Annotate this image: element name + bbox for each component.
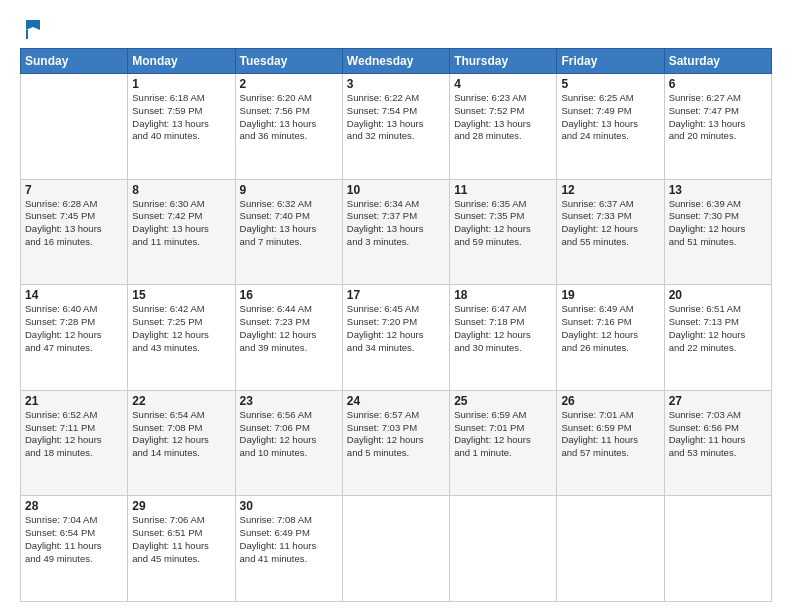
day-number: 5 [561, 77, 659, 91]
day-info: Sunrise: 7:04 AM Sunset: 6:54 PM Dayligh… [25, 514, 123, 565]
day-number: 1 [132, 77, 230, 91]
day-number: 8 [132, 183, 230, 197]
calendar-week-2: 7Sunrise: 6:28 AM Sunset: 7:45 PM Daylig… [21, 179, 772, 285]
day-number: 23 [240, 394, 338, 408]
calendar-cell: 29Sunrise: 7:06 AM Sunset: 6:51 PM Dayli… [128, 496, 235, 602]
day-info: Sunrise: 6:22 AM Sunset: 7:54 PM Dayligh… [347, 92, 445, 143]
calendar-cell [21, 74, 128, 180]
day-number: 12 [561, 183, 659, 197]
day-info: Sunrise: 7:06 AM Sunset: 6:51 PM Dayligh… [132, 514, 230, 565]
calendar-table: SundayMondayTuesdayWednesdayThursdayFrid… [20, 48, 772, 602]
day-number: 9 [240, 183, 338, 197]
day-number: 28 [25, 499, 123, 513]
day-number: 17 [347, 288, 445, 302]
calendar-cell: 8Sunrise: 6:30 AM Sunset: 7:42 PM Daylig… [128, 179, 235, 285]
calendar-cell: 16Sunrise: 6:44 AM Sunset: 7:23 PM Dayli… [235, 285, 342, 391]
day-info: Sunrise: 6:45 AM Sunset: 7:20 PM Dayligh… [347, 303, 445, 354]
calendar-cell: 26Sunrise: 7:01 AM Sunset: 6:59 PM Dayli… [557, 390, 664, 496]
logo [20, 18, 44, 40]
page: SundayMondayTuesdayWednesdayThursdayFrid… [0, 0, 792, 612]
day-info: Sunrise: 6:27 AM Sunset: 7:47 PM Dayligh… [669, 92, 767, 143]
day-info: Sunrise: 6:30 AM Sunset: 7:42 PM Dayligh… [132, 198, 230, 249]
calendar-cell: 1Sunrise: 6:18 AM Sunset: 7:59 PM Daylig… [128, 74, 235, 180]
day-info: Sunrise: 7:01 AM Sunset: 6:59 PM Dayligh… [561, 409, 659, 460]
day-number: 6 [669, 77, 767, 91]
calendar-header-friday: Friday [557, 49, 664, 74]
calendar-cell [450, 496, 557, 602]
day-number: 30 [240, 499, 338, 513]
calendar-cell: 27Sunrise: 7:03 AM Sunset: 6:56 PM Dayli… [664, 390, 771, 496]
day-info: Sunrise: 6:37 AM Sunset: 7:33 PM Dayligh… [561, 198, 659, 249]
day-info: Sunrise: 6:54 AM Sunset: 7:08 PM Dayligh… [132, 409, 230, 460]
calendar-cell: 7Sunrise: 6:28 AM Sunset: 7:45 PM Daylig… [21, 179, 128, 285]
calendar-header-thursday: Thursday [450, 49, 557, 74]
day-info: Sunrise: 6:59 AM Sunset: 7:01 PM Dayligh… [454, 409, 552, 460]
day-number: 27 [669, 394, 767, 408]
calendar-cell: 2Sunrise: 6:20 AM Sunset: 7:56 PM Daylig… [235, 74, 342, 180]
calendar-cell: 21Sunrise: 6:52 AM Sunset: 7:11 PM Dayli… [21, 390, 128, 496]
day-number: 15 [132, 288, 230, 302]
calendar-week-4: 21Sunrise: 6:52 AM Sunset: 7:11 PM Dayli… [21, 390, 772, 496]
day-info: Sunrise: 6:51 AM Sunset: 7:13 PM Dayligh… [669, 303, 767, 354]
day-info: Sunrise: 6:52 AM Sunset: 7:11 PM Dayligh… [25, 409, 123, 460]
day-number: 29 [132, 499, 230, 513]
logo-icon [22, 18, 44, 40]
calendar-header-tuesday: Tuesday [235, 49, 342, 74]
calendar-cell: 15Sunrise: 6:42 AM Sunset: 7:25 PM Dayli… [128, 285, 235, 391]
calendar-cell: 18Sunrise: 6:47 AM Sunset: 7:18 PM Dayli… [450, 285, 557, 391]
calendar-cell: 3Sunrise: 6:22 AM Sunset: 7:54 PM Daylig… [342, 74, 449, 180]
calendar-cell: 22Sunrise: 6:54 AM Sunset: 7:08 PM Dayli… [128, 390, 235, 496]
calendar-header-monday: Monday [128, 49, 235, 74]
day-number: 16 [240, 288, 338, 302]
calendar-cell [342, 496, 449, 602]
calendar-cell: 10Sunrise: 6:34 AM Sunset: 7:37 PM Dayli… [342, 179, 449, 285]
day-number: 14 [25, 288, 123, 302]
day-info: Sunrise: 6:42 AM Sunset: 7:25 PM Dayligh… [132, 303, 230, 354]
calendar-header-saturday: Saturday [664, 49, 771, 74]
day-info: Sunrise: 6:40 AM Sunset: 7:28 PM Dayligh… [25, 303, 123, 354]
day-number: 20 [669, 288, 767, 302]
day-info: Sunrise: 6:28 AM Sunset: 7:45 PM Dayligh… [25, 198, 123, 249]
day-number: 2 [240, 77, 338, 91]
calendar-cell: 17Sunrise: 6:45 AM Sunset: 7:20 PM Dayli… [342, 285, 449, 391]
day-info: Sunrise: 7:08 AM Sunset: 6:49 PM Dayligh… [240, 514, 338, 565]
calendar-header-wednesday: Wednesday [342, 49, 449, 74]
calendar-week-1: 1Sunrise: 6:18 AM Sunset: 7:59 PM Daylig… [21, 74, 772, 180]
day-number: 3 [347, 77, 445, 91]
calendar-cell [664, 496, 771, 602]
day-number: 13 [669, 183, 767, 197]
day-number: 21 [25, 394, 123, 408]
calendar-cell: 12Sunrise: 6:37 AM Sunset: 7:33 PM Dayli… [557, 179, 664, 285]
day-number: 25 [454, 394, 552, 408]
day-info: Sunrise: 6:57 AM Sunset: 7:03 PM Dayligh… [347, 409, 445, 460]
calendar-cell: 9Sunrise: 6:32 AM Sunset: 7:40 PM Daylig… [235, 179, 342, 285]
day-info: Sunrise: 6:25 AM Sunset: 7:49 PM Dayligh… [561, 92, 659, 143]
day-number: 4 [454, 77, 552, 91]
day-info: Sunrise: 7:03 AM Sunset: 6:56 PM Dayligh… [669, 409, 767, 460]
svg-marker-0 [26, 20, 40, 30]
day-info: Sunrise: 6:20 AM Sunset: 7:56 PM Dayligh… [240, 92, 338, 143]
day-info: Sunrise: 6:32 AM Sunset: 7:40 PM Dayligh… [240, 198, 338, 249]
day-info: Sunrise: 6:34 AM Sunset: 7:37 PM Dayligh… [347, 198, 445, 249]
calendar-cell: 13Sunrise: 6:39 AM Sunset: 7:30 PM Dayli… [664, 179, 771, 285]
day-info: Sunrise: 6:39 AM Sunset: 7:30 PM Dayligh… [669, 198, 767, 249]
svg-rect-1 [26, 30, 28, 39]
calendar-cell: 4Sunrise: 6:23 AM Sunset: 7:52 PM Daylig… [450, 74, 557, 180]
calendar-cell: 28Sunrise: 7:04 AM Sunset: 6:54 PM Dayli… [21, 496, 128, 602]
calendar-cell: 5Sunrise: 6:25 AM Sunset: 7:49 PM Daylig… [557, 74, 664, 180]
day-number: 11 [454, 183, 552, 197]
day-number: 10 [347, 183, 445, 197]
calendar-cell: 20Sunrise: 6:51 AM Sunset: 7:13 PM Dayli… [664, 285, 771, 391]
day-number: 7 [25, 183, 123, 197]
calendar-cell: 6Sunrise: 6:27 AM Sunset: 7:47 PM Daylig… [664, 74, 771, 180]
calendar-cell: 11Sunrise: 6:35 AM Sunset: 7:35 PM Dayli… [450, 179, 557, 285]
calendar-cell: 30Sunrise: 7:08 AM Sunset: 6:49 PM Dayli… [235, 496, 342, 602]
day-info: Sunrise: 6:56 AM Sunset: 7:06 PM Dayligh… [240, 409, 338, 460]
day-info: Sunrise: 6:35 AM Sunset: 7:35 PM Dayligh… [454, 198, 552, 249]
day-info: Sunrise: 6:44 AM Sunset: 7:23 PM Dayligh… [240, 303, 338, 354]
calendar-cell: 23Sunrise: 6:56 AM Sunset: 7:06 PM Dayli… [235, 390, 342, 496]
calendar-week-5: 28Sunrise: 7:04 AM Sunset: 6:54 PM Dayli… [21, 496, 772, 602]
calendar-header-sunday: Sunday [21, 49, 128, 74]
calendar-week-3: 14Sunrise: 6:40 AM Sunset: 7:28 PM Dayli… [21, 285, 772, 391]
calendar-header-row: SundayMondayTuesdayWednesdayThursdayFrid… [21, 49, 772, 74]
